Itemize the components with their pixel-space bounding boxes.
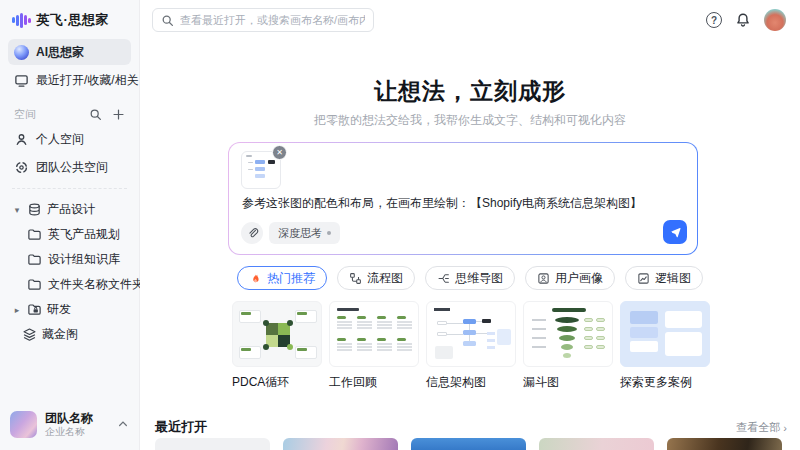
user-portrait-icon [537, 272, 550, 285]
sidebar-divider [12, 188, 127, 189]
template-thumbnail [620, 301, 710, 367]
recent-canvas-thumbnail[interactable] [411, 438, 526, 450]
paper-plane-icon [669, 226, 682, 239]
caret-right-icon[interactable]: ▸ [12, 305, 22, 315]
sidebar-item-label: 最近打开/收藏/相关 [36, 72, 139, 89]
template-card-info-architecture[interactable]: 信息架构图 [426, 301, 516, 391]
paperclip-icon [246, 227, 259, 240]
chip-label: 用户画像 [555, 270, 603, 287]
template-card-pdca[interactable]: PDCA循环 [232, 301, 322, 391]
chevron-right-icon: › [783, 422, 787, 434]
space-section-title: 空间 [14, 107, 36, 122]
prompt-input-box[interactable]: ✕ 参考这张图的配色和布局，在画布里绘制：【Shopify电商系统信息架构图】 … [228, 142, 698, 255]
folder-icon [27, 277, 42, 292]
recent-canvas-thumbnail[interactable] [155, 438, 270, 450]
sidebar-folder-rnd[interactable]: ▸ 研发 [8, 297, 131, 322]
folder-icon [27, 227, 42, 242]
template-thumbnail [523, 301, 613, 367]
hero-title: 让想法，立刻成形 [140, 76, 800, 107]
chip-user-persona[interactable]: 用户画像 [525, 266, 615, 290]
sidebar-item-label: 研发 [47, 301, 71, 318]
template-card-explore-more[interactable]: 探索更多案例 [620, 301, 710, 391]
search-input[interactable] [180, 14, 365, 26]
flowchart-icon [349, 272, 362, 285]
chip-mindmap[interactable]: 思维导图 [425, 266, 515, 290]
bell-icon[interactable] [735, 12, 751, 28]
team-space-icon [14, 160, 29, 175]
layers-icon [22, 327, 37, 342]
sidebar-item-ai-thinker[interactable]: AI思想家 [8, 39, 131, 65]
user-avatar[interactable] [764, 9, 786, 31]
folder-icon [27, 252, 42, 267]
chip-label: 流程图 [367, 270, 403, 287]
search-icon [161, 14, 174, 27]
waveform-logo-icon [12, 12, 31, 28]
category-chips: 热门推荐 流程图 思维导图 用户画像 逻辑图 [140, 266, 800, 290]
recent-canvas-thumbnail[interactable] [667, 438, 782, 450]
chip-label: 热门推荐 [267, 270, 315, 287]
template-label: 漏斗图 [523, 374, 613, 391]
recent-canvas-thumbnail[interactable] [283, 438, 398, 450]
template-card-work-review[interactable]: 工作回顾 [329, 301, 419, 391]
deep-think-label: 深度思考 [278, 226, 322, 241]
sidebar-item-label: 产品设计 [47, 201, 95, 218]
chip-hot-recommend[interactable]: 热门推荐 [237, 266, 327, 290]
template-label: 工作回顾 [329, 374, 419, 391]
app-name: 英飞·思想家 [37, 11, 109, 29]
remove-attachment-icon[interactable]: ✕ [272, 145, 287, 160]
ai-sphere-icon [14, 45, 29, 60]
team-name: 团队名称 [45, 411, 109, 426]
deep-think-toggle[interactable]: 深度思考 [269, 222, 340, 244]
company-name: 企业名称 [45, 426, 109, 439]
chip-flowchart[interactable]: 流程图 [337, 266, 415, 290]
logic-chart-icon [637, 272, 650, 285]
sidebar-item-label: AI思想家 [36, 44, 84, 61]
chip-label: 思维导图 [455, 270, 503, 287]
template-thumbnail [232, 301, 322, 367]
mindmap-icon [437, 272, 450, 285]
sidebar: 英飞·思想家 AI思想家 最近打开/收藏/相关 空间 个人空间 团队公共空间 [0, 0, 140, 450]
template-label: PDCA循环 [232, 374, 322, 391]
sidebar-item-label: 设计组知识库 [48, 251, 120, 268]
sidebar-item-personal-space[interactable]: 个人空间 [8, 126, 131, 152]
person-icon [14, 132, 29, 147]
flame-icon [249, 272, 262, 285]
plus-icon[interactable] [112, 108, 125, 121]
sidebar-folder-child[interactable]: 文件夹名称文件夹名... [27, 272, 131, 297]
global-search[interactable] [152, 8, 374, 32]
recent-canvases [155, 438, 782, 450]
template-label: 信息架构图 [426, 374, 516, 391]
template-thumbnail [329, 301, 419, 367]
search-icon[interactable] [89, 108, 102, 121]
template-thumbnail [426, 301, 516, 367]
prompt-text[interactable]: 参考这张图的配色和布局，在画布里绘制：【Shopify电商系统信息架构图】 [242, 195, 683, 212]
sidebar-folder-product-design[interactable]: ▾ 产品设计 [8, 197, 131, 222]
sidebar-item-team-space[interactable]: 团队公共空间 [8, 154, 131, 180]
template-gallery: PDCA循环 工作回顾 [232, 301, 710, 391]
recent-canvas-thumbnail[interactable] [539, 438, 654, 450]
template-card-funnel[interactable]: 漏斗图 [523, 301, 613, 391]
sidebar-item-vault[interactable]: 藏金阁 [8, 322, 131, 347]
attach-file-button[interactable] [241, 222, 263, 244]
sidebar-folder-child[interactable]: 设计组知识库 [27, 247, 131, 272]
send-button[interactable] [663, 220, 687, 244]
chip-logic-diagram[interactable]: 逻辑图 [625, 266, 703, 290]
chip-label: 逻辑图 [655, 270, 691, 287]
team-account-section[interactable]: 团队名称 企业名称 [0, 401, 139, 450]
sidebar-item-label: 个人空间 [36, 131, 84, 148]
sidebar-folder-child[interactable]: 英飞产品规划 [27, 222, 131, 247]
view-all-link[interactable]: 查看全部 › [736, 420, 787, 435]
team-avatar [10, 411, 37, 438]
hero-subtitle: 把零散的想法交给我，我帮你生成文字、结构和可视化内容 [140, 112, 800, 129]
caret-down-icon[interactable]: ▾ [12, 205, 22, 215]
chevron-up-icon[interactable] [117, 418, 129, 430]
app-logo: 英飞·思想家 [0, 0, 139, 37]
recent-section-title: 最近打开 [155, 418, 207, 436]
sidebar-item-label: 团队公共空间 [36, 159, 108, 176]
main-area: ? 让想法，立刻成形 把零散的想法交给我，我帮你生成文字、结构和可视化内容 ✕ … [140, 0, 800, 450]
help-icon[interactable]: ? [706, 12, 722, 28]
database-icon [27, 202, 42, 217]
monitor-icon [14, 73, 29, 88]
sidebar-item-label: 英飞产品规划 [48, 226, 120, 243]
sidebar-item-recent[interactable]: 最近打开/收藏/相关 [8, 67, 131, 93]
